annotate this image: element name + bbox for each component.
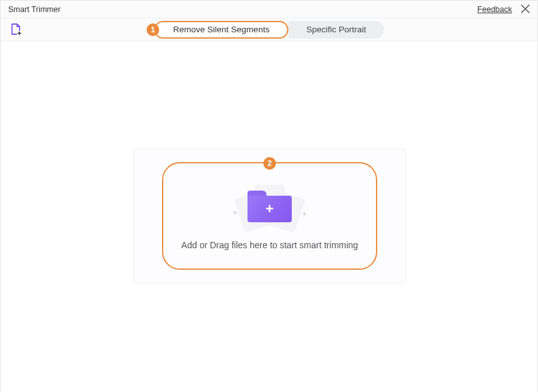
callout-badge-1: 1 — [147, 23, 160, 36]
window-title: Smart Trimmer — [8, 5, 61, 14]
tab-specific-portrait[interactable]: Specific Portrait — [289, 21, 384, 39]
mode-tabs: 1 Remove Silent Segments Specific Portra… — [154, 21, 384, 39]
add-folder-icon: + — [247, 191, 292, 222]
tab-remove-silent-segments[interactable]: Remove Silent Segments — [154, 21, 289, 39]
callout-badge-2: 2 — [263, 157, 276, 170]
plus-icon: + — [266, 202, 274, 216]
add-file-icon[interactable] — [9, 23, 22, 36]
titlebar-right: Feedback — [477, 4, 530, 15]
close-icon[interactable] — [521, 4, 530, 15]
sparkle-icon: ✦ — [232, 208, 238, 217]
content-area: 2 ✦ ✦ + Add or Drag files here to start … — [1, 41, 537, 392]
smart-trimmer-window: Smart Trimmer Feedback 1 Remove Silent S… — [0, 0, 538, 392]
drop-card: 2 ✦ ✦ + Add or Drag files here to start … — [134, 149, 406, 283]
feedback-link[interactable]: Feedback — [477, 5, 512, 14]
file-dropzone[interactable]: 2 ✦ ✦ + Add or Drag files here to start … — [162, 162, 377, 270]
folder-stack-illustration: ✦ ✦ + — [232, 182, 308, 231]
sparkle-icon: ✦ — [301, 210, 308, 218]
dropzone-label: Add or Drag files here to start smart tr… — [181, 240, 358, 250]
titlebar: Smart Trimmer Feedback — [1, 1, 537, 18]
toolbar: 1 Remove Silent Segments Specific Portra… — [1, 18, 537, 41]
